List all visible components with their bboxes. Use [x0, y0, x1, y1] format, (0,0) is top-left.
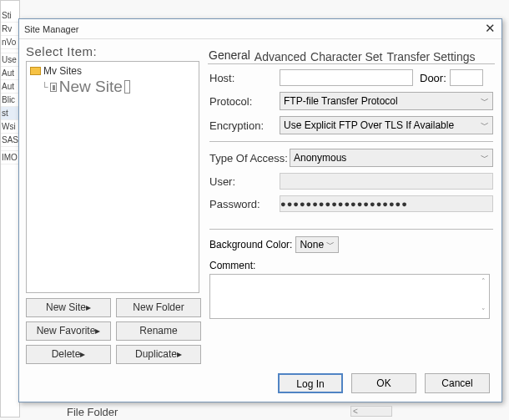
chevron-down-icon: ﹀ [481, 119, 489, 131]
user-input [280, 173, 493, 190]
host-label: Host: [209, 72, 280, 84]
tab-charset[interactable]: Character Set [310, 50, 383, 63]
file-folder-text: File Folder [67, 406, 118, 418]
protocol-label: Protocol: [209, 95, 280, 108]
tab-general[interactable]: General [208, 48, 251, 63]
right-column: General Advanced Character Set Transfer … [208, 43, 495, 364]
tree-item-new-site[interactable]: └ New Site [42, 78, 195, 96]
close-icon[interactable]: ✕ [483, 23, 496, 36]
site-icon [50, 83, 57, 92]
encryption-label: Encryption: [209, 119, 280, 132]
host-input[interactable] [280, 69, 413, 86]
tab-row: General Advanced Character Set Transfer … [208, 46, 495, 64]
comment-textarea[interactable]: ˄ ˅ [209, 274, 490, 319]
ok-button[interactable]: OK [351, 373, 416, 393]
comment-label: Comment: [209, 260, 255, 271]
tree-branch-icon: └ [42, 82, 48, 92]
tab-advanced[interactable]: Advanced [254, 50, 307, 63]
delete-button[interactable]: Delete▸ [26, 345, 111, 364]
site-manager-dialog: Site Manager ✕ Select Item: Mv Sites └ N… [18, 18, 502, 402]
background-list: StiRvnVoUseAutAutBlicstWsiSASIMO [0, 0, 20, 417]
new-favorite-button[interactable]: New Favorite▸ [26, 321, 111, 341]
folder-icon [30, 67, 41, 75]
rename-cursor [124, 80, 130, 94]
scrollbar-horizontal[interactable]: < [350, 406, 392, 417]
user-label: User: [209, 175, 280, 188]
site-tree[interactable]: Mv Sites └ New Site [26, 61, 199, 293]
scrollbar-vertical[interactable]: ˄ ˅ [479, 277, 487, 316]
bgcolor-select[interactable]: None ﹀ [295, 236, 339, 253]
left-column: Select Item: Mv Sites └ New Site New Sit… [26, 43, 201, 364]
chevron-down-icon: ﹀ [481, 152, 489, 164]
duplicate-button[interactable]: Duplicate▸ [116, 345, 201, 364]
scroll-down-icon[interactable]: ˅ [479, 307, 487, 316]
access-select[interactable]: Anonymous ﹀ [290, 149, 493, 167]
chevron-down-icon: ﹀ [481, 95, 489, 107]
bgcolor-label: Background Color: [209, 239, 292, 250]
chevron-down-icon: ﹀ [326, 239, 335, 250]
select-item-heading: Select Item: [26, 44, 201, 58]
encryption-select[interactable]: Use Explicit FTP Over TLS If Available ﹀ [280, 116, 493, 134]
new-site-button[interactable]: New Site▸ [26, 298, 111, 317]
scroll-up-icon[interactable]: ˄ [479, 277, 487, 286]
tree-root-my-sites[interactable]: Mv Sites [30, 65, 195, 77]
titlebar: Site Manager ✕ [19, 19, 501, 39]
cancel-button[interactable]: Cancel [425, 373, 490, 393]
login-button[interactable]: Log In [278, 373, 343, 393]
door-input[interactable] [450, 69, 483, 86]
password-label: Password: [209, 198, 280, 210]
tab-transfer[interactable]: Transfer Settings [386, 50, 476, 63]
rename-button[interactable]: Rename [116, 321, 201, 341]
protocol-select[interactable]: FTP-file Transfer Protocol ﹀ [280, 92, 493, 110]
access-label: Type Of Access: [209, 152, 290, 164]
password-input: ●●●●●●●●●●●●●●●●●●●● [280, 195, 493, 212]
door-label: Door: [420, 72, 446, 84]
new-folder-button[interactable]: New Folder [116, 298, 201, 317]
titlebar-text: Site Manager [24, 24, 78, 34]
